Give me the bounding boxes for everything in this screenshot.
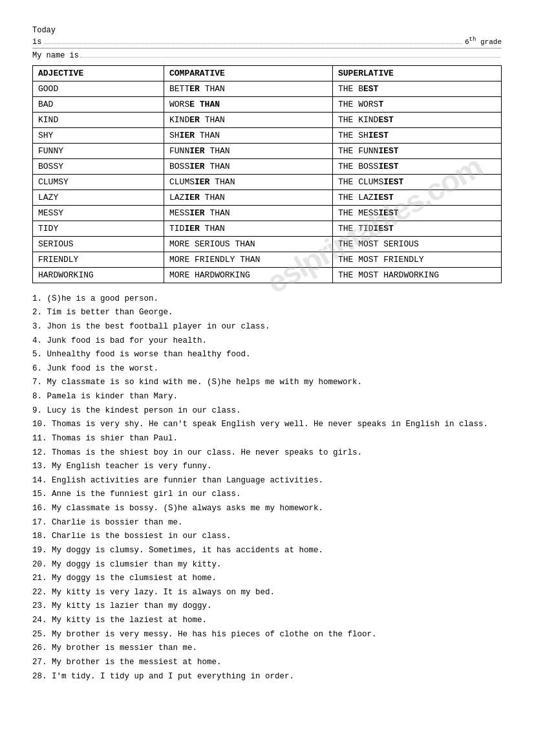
cell-adjective: LAZY <box>33 189 164 205</box>
cell-superlative: THE MESSIEST <box>333 205 502 221</box>
cell-superlative: THE WORST <box>333 96 502 112</box>
table-row: SHYSHIER THANTHE SHIEST <box>33 127 502 143</box>
cell-comparative: TIDIER THAN <box>164 221 333 236</box>
sentence-item: 26. My brother is messier than me. <box>32 642 502 655</box>
table-row: LAZYLAZIER THANTHE LAZIEST <box>33 189 502 205</box>
cell-superlative: THE KINDEST <box>333 112 502 127</box>
sentence-item: 24. My kitty is the laziest at home. <box>32 614 502 627</box>
sentence-item: 27. My brother is the messiest at home. <box>32 656 502 669</box>
sentence-item: 14. English activities are funnier than … <box>32 474 502 488</box>
sentence-item: 16. My classmate is bossy. (S)he always … <box>32 502 502 515</box>
sentence-item: 20. My doggy is clumsier than my kitty. <box>32 558 502 572</box>
cell-comparative: MORE HARDWORKING <box>164 267 333 283</box>
cell-adjective: SERIOUS <box>33 236 164 252</box>
sentence-item: 22. My kitty is very lazy. It is always … <box>32 586 502 599</box>
table-row: KINDKINDER THANTHE KINDEST <box>33 112 502 127</box>
cell-adjective: TIDY <box>33 221 164 236</box>
cell-comparative: MESSIER THAN <box>164 205 333 221</box>
sentence-item: 11. Thomas is shier than Paul. <box>32 432 502 446</box>
table-header: ADJECTIVE COMPARATIVE SUPERLATIVE <box>33 65 502 81</box>
cell-superlative: THE CLUMSIEST <box>333 174 502 189</box>
cell-comparative: LAZIER THAN <box>164 189 333 205</box>
header-comparative: COMPARATIVE <box>164 65 333 81</box>
is-label: is <box>32 38 41 47</box>
name-line: My name is <box>32 51 502 60</box>
header-section: Today is 6th grade My name is <box>32 26 502 60</box>
table-row: CLUMSYCLUMSIER THANTHE CLUMSIEST <box>33 174 502 189</box>
name-dots <box>80 57 500 58</box>
sentence-item: 28. I'm tidy. I tidy up and I put everyt… <box>32 670 502 684</box>
cell-comparative: KINDER THAN <box>164 112 333 127</box>
cell-comparative: WORSE THAN <box>164 96 333 112</box>
cell-comparative: MORE SERIOUS THAN <box>164 236 333 252</box>
cell-adjective: KIND <box>33 112 164 127</box>
cell-superlative: THE BOSSIEST <box>333 158 502 174</box>
cell-superlative: THE SHIEST <box>333 127 502 143</box>
cell-adjective: BAD <box>33 96 164 112</box>
sentence-item: 8. Pamela is kinder than Mary. <box>32 390 502 404</box>
cell-superlative: THE BEST <box>333 81 502 96</box>
sentence-item: 25. My brother is very messy. He has his… <box>32 628 502 642</box>
cell-adjective: FRIENDLY <box>33 252 164 267</box>
cell-comparative: SHIER THAN <box>164 127 333 143</box>
header-row: ADJECTIVE COMPARATIVE SUPERLATIVE <box>33 65 502 81</box>
today-text: Today <box>32 26 56 35</box>
adjective-table: ADJECTIVE COMPARATIVE SUPERLATIVE GOODBE… <box>32 65 502 283</box>
is-line: is 6th grade <box>32 36 502 49</box>
sentence-item: 13. My English teacher is very funny. <box>32 460 502 473</box>
sentence-item: 6. Junk food is the worst. <box>32 362 502 376</box>
sentence-item: 21. My doggy is the clumsiest at home. <box>32 572 502 585</box>
cell-adjective: HARDWORKING <box>33 267 164 283</box>
table-body: GOODBETTER THANTHE BESTBADWORSE THANTHE … <box>33 81 502 283</box>
table-row: BOSSYBOSSIER THANTHE BOSSIEST <box>33 158 502 174</box>
cell-comparative: BETTER THAN <box>164 81 333 96</box>
cell-adjective: MESSY <box>33 205 164 221</box>
sentence-item: 7. My classmate is so kind with me. (S)h… <box>32 376 502 389</box>
cell-adjective: FUNNY <box>33 143 164 158</box>
sentence-item: 9. Lucy is the kindest person in our cla… <box>32 404 502 418</box>
sentence-item: 2. Tim is better than George. <box>32 306 502 319</box>
sentence-item: 12. Thomas is the shiest boy in our clas… <box>32 446 502 460</box>
cell-superlative: THE LAZIEST <box>333 189 502 205</box>
cell-superlative: THE FUNNIEST <box>333 143 502 158</box>
table-row: TIDYTIDIER THANTHE TIDIEST <box>33 221 502 236</box>
sentence-item: 4. Junk food is bad for your health. <box>32 334 502 348</box>
table-row: FUNNYFUNNIER THANTHE FUNNIEST <box>33 143 502 158</box>
cell-adjective: GOOD <box>33 81 164 96</box>
table-row: HARDWORKINGMORE HARDWORKINGTHE MOST HARD… <box>33 267 502 283</box>
table-row: MESSYMESSIER THANTHE MESSIEST <box>33 205 502 221</box>
myname-label: My name is <box>32 51 79 60</box>
sentence-item: 23. My kitty is lazier than my doggy. <box>32 599 502 613</box>
table-row: FRIENDLYMORE FRIENDLY THANTHE MOST FRIEN… <box>33 252 502 267</box>
table-row: BADWORSE THANTHE WORST <box>33 96 502 112</box>
cell-comparative: CLUMSIER THAN <box>164 174 333 189</box>
cell-superlative: THE MOST HARDWORKING <box>333 267 502 283</box>
cell-superlative: THE TIDIEST <box>333 221 502 236</box>
cell-comparative: BOSSIER THAN <box>164 158 333 174</box>
cell-adjective: BOSSY <box>33 158 164 174</box>
grade-label: 6th grade <box>465 36 502 46</box>
header-adjective: ADJECTIVE <box>33 65 164 81</box>
table-row: GOODBETTER THANTHE BEST <box>33 81 502 96</box>
table-row: SERIOUSMORE SERIOUS THANTHE MOST SERIOUS <box>33 236 502 252</box>
is-dots <box>44 43 462 44</box>
sentence-item: 3. Jhon is the best football player in o… <box>32 320 502 334</box>
cell-superlative: THE MOST SERIOUS <box>333 236 502 252</box>
sentence-item: 15. Anne is the funniest girl in our cla… <box>32 488 502 501</box>
cell-comparative: FUNNIER THAN <box>164 143 333 158</box>
sentence-item: 18. Charlie is the bossiest in our class… <box>32 530 502 543</box>
today-label: Today <box>32 26 502 35</box>
sentence-item: 1. (S)he is a good person. <box>32 292 502 306</box>
sentence-item: 10. Thomas is very shy. He can't speak E… <box>32 418 502 431</box>
sentence-item: 5. Unhealthy food is worse than healthy … <box>32 348 502 362</box>
cell-adjective: CLUMSY <box>33 174 164 189</box>
header-superlative: SUPERLATIVE <box>333 65 502 81</box>
sentence-item: 19. My doggy is clumsy. Sometimes, it ha… <box>32 544 502 557</box>
sentence-item: 17. Charlie is bossier than me. <box>32 516 502 530</box>
cell-superlative: THE MOST FRIENDLY <box>333 252 502 267</box>
sentences-section: 1. (S)he is a good person.2. Tim is bett… <box>32 292 502 684</box>
cell-adjective: SHY <box>33 127 164 143</box>
cell-comparative: MORE FRIENDLY THAN <box>164 252 333 267</box>
